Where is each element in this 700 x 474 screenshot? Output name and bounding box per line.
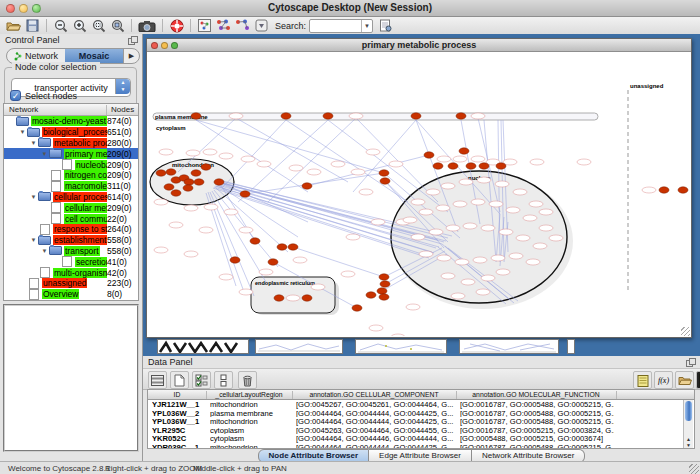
graph-red-node[interactable] bbox=[448, 163, 458, 169]
table-cell[interactable]: mitochondrion bbox=[210, 417, 290, 426]
table-cell[interactable]: [GO:0016787, GO:0005488, GO:0005215, G..… bbox=[460, 409, 614, 418]
graph-label-node[interactable] bbox=[369, 325, 383, 331]
graph-label-node[interactable] bbox=[459, 179, 473, 185]
table-cell[interactable]: YPL036W__1 bbox=[152, 417, 204, 426]
graph-edge[interactable] bbox=[196, 120, 384, 173]
tab-network[interactable]: Network bbox=[7, 49, 65, 63]
scrollbar-thumb[interactable] bbox=[685, 401, 692, 421]
graph-label-node[interactable] bbox=[204, 204, 218, 210]
graph-label-node[interactable] bbox=[436, 205, 450, 211]
graph-edge[interactable] bbox=[293, 247, 384, 277]
graph-red-node[interactable] bbox=[164, 184, 174, 190]
graph-label-node[interactable] bbox=[489, 201, 503, 207]
graph-red-node[interactable] bbox=[380, 281, 390, 287]
editor-icon[interactable] bbox=[253, 18, 270, 33]
graph-red-node[interactable] bbox=[240, 191, 250, 197]
graph-label-node[interactable] bbox=[239, 227, 253, 233]
select-nodes-checkbox[interactable]: ✓ bbox=[10, 90, 21, 101]
graph-label-node[interactable] bbox=[539, 225, 553, 231]
save-session-icon[interactable] bbox=[24, 18, 41, 33]
graph-label-node[interactable] bbox=[513, 189, 527, 195]
graph-label-node[interactable] bbox=[351, 169, 365, 175]
graph-label-node[interactable] bbox=[307, 169, 321, 175]
graph-red-node[interactable] bbox=[678, 187, 688, 193]
tree-row[interactable]: response to stimulu264(0) bbox=[4, 224, 138, 235]
graph-label-node[interactable] bbox=[506, 207, 520, 213]
graph-label-node[interactable] bbox=[159, 149, 173, 155]
graph-label-node[interactable] bbox=[441, 183, 455, 189]
graph-label-node[interactable] bbox=[577, 159, 591, 165]
network-canvas[interactable]: plasma membrane cytoplasm mitochondrion … bbox=[148, 52, 690, 336]
table-row[interactable]: YPL036W__1mitochondrion[GO:0044464, GO:0… bbox=[148, 417, 694, 426]
birdseye-overview-panel[interactable] bbox=[3, 304, 139, 452]
graph-label-node[interactable] bbox=[463, 223, 477, 229]
background-window-fragment[interactable] bbox=[567, 339, 575, 354]
graph-red-node[interactable] bbox=[302, 295, 312, 301]
import-attributes-icon[interactable] bbox=[675, 371, 694, 389]
graph-red-node[interactable] bbox=[183, 185, 193, 191]
graph-label-node[interactable] bbox=[530, 159, 544, 165]
graph-label-node[interactable] bbox=[341, 271, 355, 277]
graph-label-node[interactable] bbox=[366, 149, 380, 155]
table-cell[interactable]: [GO:0045263, GO:0044464, GO:0044455, G..… bbox=[296, 426, 454, 435]
graph-label-node[interactable] bbox=[453, 156, 467, 162]
help-icon[interactable] bbox=[168, 18, 185, 33]
col-region[interactable]: _cellularLayoutRegion bbox=[206, 391, 293, 399]
table-cell[interactable]: [GO:0016787, GO:0005488, GO:0005215, G..… bbox=[460, 400, 614, 409]
table-row[interactable]: YKR052Ccytoplasm[GO:0044464, GO:0044446,… bbox=[148, 434, 694, 443]
graph-red-node[interactable] bbox=[274, 295, 284, 301]
graph-label-node[interactable] bbox=[184, 251, 198, 257]
graph-red-node[interactable] bbox=[323, 113, 333, 119]
graph-red-node[interactable] bbox=[424, 152, 434, 158]
graph-label-node[interactable] bbox=[455, 259, 469, 265]
graph-red-node[interactable] bbox=[380, 178, 390, 184]
table-cell[interactable]: [GO:0044464, GO:0044444, GO:0044425, G..… bbox=[296, 417, 454, 426]
graph-label-node[interactable] bbox=[199, 227, 213, 233]
vizmapper-icon[interactable] bbox=[215, 18, 232, 33]
tree-row[interactable]: cellular metabol209(0) bbox=[4, 202, 138, 213]
search-dropdown-arrow[interactable]: ▼ bbox=[361, 20, 372, 32]
graph-label-node[interactable] bbox=[203, 149, 217, 155]
app-resize-grip[interactable] bbox=[689, 464, 699, 474]
table-cell[interactable]: YKR052C bbox=[152, 434, 204, 443]
graph-label-node[interactable] bbox=[471, 113, 485, 119]
graph-edge[interactable] bbox=[307, 155, 429, 186]
tree-row[interactable]: ▼primary metabol209(0) bbox=[4, 148, 138, 159]
expand-arrow-icon[interactable]: ▼ bbox=[29, 237, 38, 243]
expand-arrow-icon[interactable]: ▼ bbox=[18, 129, 27, 135]
tree-row[interactable]: ▼metabolic process280(0) bbox=[4, 138, 138, 149]
tree-row[interactable]: macromolecule311(0) bbox=[4, 181, 138, 192]
graph-label-node[interactable] bbox=[286, 295, 300, 301]
graph-edge[interactable] bbox=[268, 118, 356, 202]
tree-row[interactable]: ▼cellular process614(0) bbox=[4, 192, 138, 203]
graph-red-node[interactable] bbox=[214, 179, 224, 185]
view-resize-grip[interactable] bbox=[681, 327, 690, 336]
tree-row[interactable]: mosaic-demo-yeast874(0) bbox=[4, 116, 138, 127]
graph-label-node[interactable] bbox=[451, 293, 465, 299]
table-row[interactable]: YLR295Ccytoplasm[GO:0045263, GO:0044464,… bbox=[148, 426, 694, 435]
graph-label-node[interactable] bbox=[219, 153, 233, 159]
graph-label-node[interactable] bbox=[229, 113, 243, 119]
graph-red-node[interactable] bbox=[379, 170, 389, 176]
graph-label-node[interactable] bbox=[441, 273, 455, 279]
tab-mosaic[interactable]: Mosaic bbox=[65, 49, 123, 63]
graph-label-node[interactable] bbox=[526, 259, 540, 265]
table-mode-icon[interactable] bbox=[148, 371, 167, 389]
graph-red-node[interactable] bbox=[366, 292, 376, 298]
graph-label-node[interactable] bbox=[499, 229, 513, 235]
filter-icon[interactable] bbox=[234, 18, 251, 33]
graph-label-node[interactable] bbox=[154, 199, 168, 205]
graph-label-node[interactable] bbox=[311, 284, 325, 290]
graph-label-node[interactable] bbox=[419, 209, 433, 215]
tree-row[interactable]: nucleobase-co209(0) bbox=[4, 159, 138, 170]
tree-row[interactable]: Overview8(0) bbox=[4, 289, 138, 300]
graph-label-node[interactable] bbox=[371, 219, 385, 225]
graph-red-node[interactable] bbox=[194, 179, 204, 185]
zoom-out-icon[interactable] bbox=[52, 18, 69, 33]
graph-red-node[interactable] bbox=[230, 257, 240, 263]
graph-label-node[interactable] bbox=[461, 279, 475, 285]
graph-label-node[interactable] bbox=[257, 161, 271, 167]
layout-icon[interactable] bbox=[196, 18, 213, 33]
graph-red-node[interactable] bbox=[277, 244, 287, 250]
zoom-fit-icon[interactable] bbox=[109, 18, 126, 33]
